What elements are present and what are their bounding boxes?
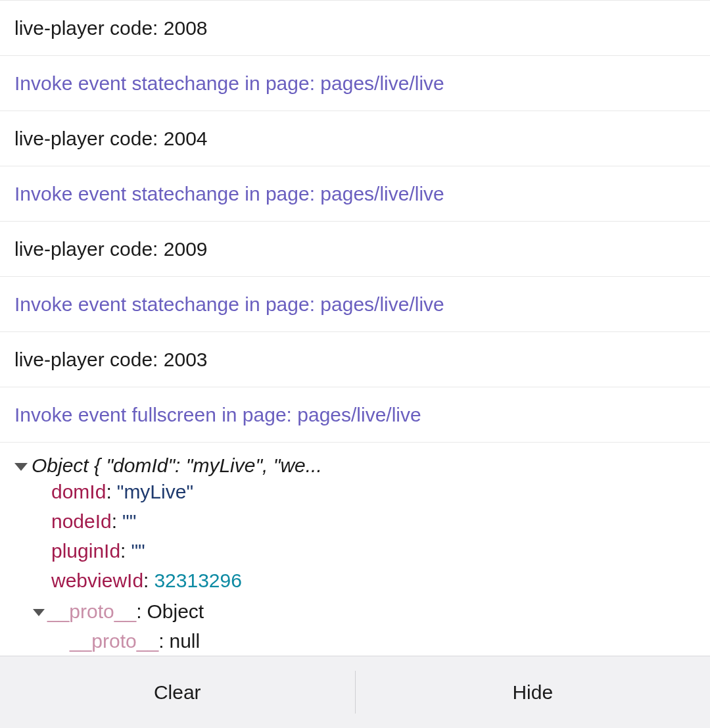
log-row[interactable]: Invoke event statechange in page: pages/…: [0, 277, 710, 332]
log-row[interactable]: live-player code: 2008: [0, 0, 710, 56]
log-text: live-player code: 2003: [14, 349, 208, 370]
log-row[interactable]: Invoke event statechange in page: pages/…: [0, 56, 710, 111]
log-row[interactable]: live-player code: 2004: [0, 111, 710, 166]
colon: :: [120, 536, 126, 566]
property-value: "myLive": [117, 477, 193, 506]
object-inspector: Object { "domId": "myLive", "we... domId…: [0, 443, 710, 656]
property-row[interactable]: domId: "myLive": [51, 477, 696, 506]
proto-value: null: [169, 626, 200, 656]
log-row[interactable]: live-player code: 2003: [0, 332, 710, 387]
log-text: Invoke event fullscreen in page: pages/l…: [14, 404, 421, 425]
log-text: Invoke event statechange in page: pages/…: [14, 72, 444, 94]
property-row[interactable]: pluginId: "": [51, 536, 696, 566]
log-text: live-player code: 2008: [14, 17, 208, 39]
log-row[interactable]: Invoke event fullscreen in page: pages/l…: [0, 387, 710, 443]
log-text: live-player code: 2009: [14, 238, 208, 260]
clear-button-label: Clear: [154, 681, 201, 704]
clear-button[interactable]: Clear: [0, 656, 355, 728]
property-key: webviewId: [51, 566, 143, 595]
log-text: Invoke event statechange in page: pages/…: [14, 183, 444, 205]
object-toggle[interactable]: Object { "domId": "myLive", "we...: [14, 454, 696, 477]
object-summary: Object { "domId": "myLive", "we...: [32, 454, 322, 477]
hide-button-label: Hide: [512, 681, 553, 704]
log-text: Invoke event statechange in page: pages/…: [14, 293, 444, 315]
proto-key: __proto__: [70, 626, 158, 656]
property-key: domId: [51, 477, 106, 506]
colon: :: [143, 566, 149, 595]
property-row[interactable]: nodeId: "": [51, 506, 696, 536]
console-log-list: live-player code: 2008 Invoke event stat…: [0, 0, 710, 656]
property-key: nodeId: [51, 506, 112, 536]
disclosure-triangle-icon: [33, 609, 45, 616]
log-text: live-player code: 2004: [14, 128, 208, 149]
colon: :: [158, 626, 164, 656]
colon: :: [112, 506, 117, 536]
object-properties: domId: "myLive" nodeId: "" pluginId: "" …: [14, 477, 696, 656]
property-value: "": [131, 536, 145, 566]
disclosure-triangle-icon: [14, 463, 28, 471]
log-row[interactable]: Invoke event statechange in page: pages/…: [0, 166, 710, 222]
proto-key: __proto__: [47, 596, 136, 626]
property-value: "": [122, 506, 136, 536]
colon: :: [106, 477, 111, 506]
colon: :: [136, 596, 141, 626]
property-row[interactable]: __proto__: null: [51, 626, 696, 656]
property-row[interactable]: webviewId: 32313296: [51, 566, 696, 595]
proto-value: Object: [147, 596, 204, 626]
log-row[interactable]: live-player code: 2009: [0, 222, 710, 277]
bottom-toolbar: Clear Hide: [0, 656, 710, 728]
proto-toggle[interactable]: __proto__: Object: [33, 595, 696, 626]
property-key: pluginId: [51, 536, 120, 566]
hide-button[interactable]: Hide: [356, 656, 711, 728]
property-value: 32313296: [154, 566, 241, 595]
